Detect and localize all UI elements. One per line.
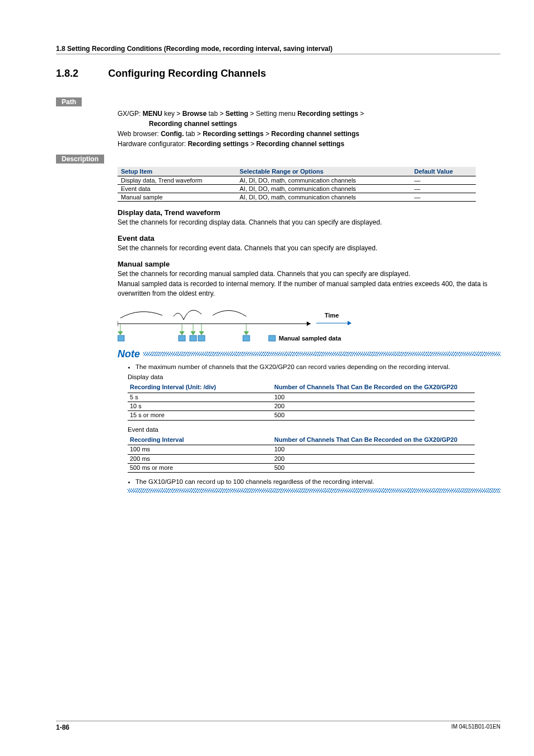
path-hw: Hardware configurator: Recording setting…	[118, 139, 500, 149]
td: 15 s or more	[128, 411, 272, 420]
kw-recsettings: Recording settings	[203, 130, 264, 138]
sub-manual-body2: Manual sampled data is recorded to inter…	[118, 279, 500, 298]
td: 10 s	[128, 402, 272, 410]
td: 100 ms	[128, 445, 272, 454]
text: > Setting menu	[248, 110, 297, 118]
table-row: Manual sampleAI, DI, DO, math, communica…	[118, 193, 476, 202]
td: Event data	[118, 185, 236, 193]
hatch-divider-icon	[143, 352, 500, 356]
path-badge: Path	[56, 97, 82, 106]
kw-recchan: Recording channel settings	[271, 130, 359, 138]
text: Web browser:	[118, 130, 161, 138]
kw-setting: Setting	[226, 110, 249, 118]
sub-display-title: Display data, Trend waveform	[118, 208, 500, 217]
td: —	[411, 193, 476, 202]
setup-table: Setup Item Selectable Range or Options D…	[118, 167, 476, 202]
table-row: 5 s100	[128, 393, 475, 402]
table-header-row: Setup Item Selectable Range or Options D…	[118, 167, 476, 176]
note-bullet-2: The GX10/GP10 can record up to 100 chann…	[135, 477, 500, 486]
text: Hardware configurator:	[118, 140, 188, 148]
hatch-end-icon	[128, 488, 500, 493]
svg-marker-12	[244, 332, 249, 335]
td: 5 s	[128, 393, 272, 402]
text: tab >	[184, 130, 203, 138]
section-heading: 1.8.2 Configuring Recording Channels	[56, 68, 500, 80]
td: 100	[272, 445, 475, 454]
td: —	[411, 185, 476, 193]
svg-rect-18	[269, 335, 275, 341]
svg-rect-15	[190, 335, 196, 341]
th-interval: Recording Interval (Unit: /div)	[128, 382, 272, 393]
kw-recsettings2: Recording settings	[188, 140, 249, 148]
table-row: Display data, Trend waveformAI, DI, DO, …	[118, 176, 476, 185]
text: key >	[162, 110, 182, 118]
th-range: Selectable Range or Options	[236, 167, 411, 176]
svg-rect-14	[179, 335, 185, 341]
time-label: Time	[325, 312, 339, 319]
td: —	[411, 176, 476, 185]
svg-marker-6	[180, 332, 184, 335]
table-header-row: Recording Interval Number of Channels Th…	[128, 435, 475, 445]
svg-marker-2	[307, 321, 311, 326]
table-header-row: Recording Interval (Unit: /div) Number o…	[128, 382, 475, 393]
kw-browse: Browse	[182, 110, 207, 118]
content-block: Setup Item Selectable Range or Options D…	[118, 167, 500, 493]
sub-manual-title: Manual sample	[118, 260, 500, 268]
description-badge: Description	[56, 155, 104, 164]
sub-event-title: Event data	[118, 234, 500, 242]
note-display-caption: Display data	[128, 372, 500, 381]
td: 200	[272, 454, 475, 463]
table-row: 500 ms or more500	[128, 464, 475, 473]
svg-rect-16	[198, 335, 205, 341]
td: 200	[272, 402, 475, 410]
section-number: 1.8.2	[56, 68, 106, 80]
path-block: GX/GP: MENU key > Browse tab > Setting >…	[118, 109, 500, 149]
td: 500 ms or more	[128, 464, 272, 473]
svg-marker-10	[199, 332, 204, 335]
td: 100	[272, 393, 475, 402]
sub-event-body: Set the channels for recording event dat…	[118, 244, 500, 253]
page-footer: 1-86 IM 04L51B01-01EN	[56, 721, 500, 731]
svg-rect-17	[243, 335, 250, 341]
note-display-table: Recording Interval (Unit: /div) Number o…	[128, 382, 475, 421]
th-setup: Setup Item	[118, 167, 236, 176]
th-interval: Recording Interval	[128, 435, 272, 445]
doc-id: IM 04L51B01-01EN	[451, 724, 500, 731]
svg-marker-8	[191, 332, 195, 335]
td: AI, DI, DO, math, communication channels	[236, 193, 411, 202]
table-row: Event dataAI, DI, DO, math, communicatio…	[118, 185, 476, 193]
td: AI, DI, DO, math, communication channels	[236, 176, 411, 185]
table-row: 200 ms200	[128, 454, 475, 463]
running-header: 1.8 Setting Recording Conditions (Record…	[56, 45, 500, 54]
kw-config: Config.	[161, 130, 184, 138]
table-row: 100 ms100	[128, 445, 475, 454]
td: 500	[272, 411, 475, 420]
section-title: Configuring Recording Channels	[108, 68, 266, 79]
text: >	[358, 110, 364, 118]
manual-sample-diagram: Time Manual sampled data	[118, 304, 500, 345]
text: tab >	[207, 110, 226, 118]
note-event-table: Recording Interval Number of Channels Th…	[128, 435, 475, 473]
kw-recchan2: Recording channel settings	[256, 140, 344, 148]
td: 500	[272, 464, 475, 473]
th-channels: Number of Channels That Can Be Recorded …	[272, 382, 475, 393]
sub-manual-body1: Set the channels for recording manual sa…	[118, 269, 500, 279]
legend-label: Manual sampled data	[279, 335, 341, 342]
sub-display-body: Set the channels for recording display d…	[118, 218, 500, 227]
svg-marker-4	[118, 332, 123, 335]
td: AI, DI, DO, math, communication channels	[236, 185, 411, 193]
table-row: 15 s or more500	[128, 411, 475, 420]
table-row: 10 s200	[128, 402, 475, 410]
kw-menu: MENU	[143, 110, 162, 118]
note-heading-row: Note	[118, 348, 500, 360]
text: >	[249, 140, 256, 148]
note-body: The maximum number of channels that the …	[128, 362, 500, 493]
text: GX/GP:	[118, 110, 143, 118]
path-gx-line1: GX/GP: MENU key > Browse tab > Setting >…	[118, 109, 500, 119]
path-web: Web browser: Config. tab > Recording set…	[118, 129, 500, 139]
note-bullet-1: The maximum number of channels that the …	[135, 362, 500, 371]
note-event-caption: Event data	[128, 425, 500, 434]
path-gx-line2: Recording channel settings	[118, 119, 500, 129]
td: Manual sample	[118, 193, 236, 202]
svg-rect-13	[118, 335, 124, 341]
